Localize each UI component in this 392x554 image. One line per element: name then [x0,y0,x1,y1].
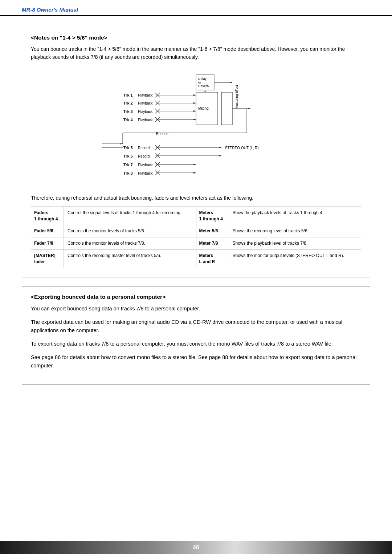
notes-section: <Notes on "1-4 > 5/6" mode> You can boun… [22,27,370,277]
svg-text:Mastering Effect: Mastering Effect [235,85,238,109]
svg-text:Trk 2: Trk 2 [123,101,133,105]
fader-label-2: Fader 5/6 [31,225,64,237]
svg-text:Trk 4: Trk 4 [123,118,133,122]
notes-section-body: You can bounce tracks in the "1-4 > 5/6"… [31,45,361,268]
notes-para1: You can bounce tracks in the "1-4 > 5/6"… [31,45,361,61]
svg-text:Trk 1: Trk 1 [123,93,133,97]
export-section: <Exporting bounced data to a personal co… [22,286,370,384]
table-row: [MASTER]fader Controls the recording mas… [31,250,196,268]
svg-text:Mixing: Mixing [198,106,209,110]
following-para: Therefore, during rehearsal and actual t… [31,194,361,202]
meter-desc-2: Shows the recording level of tracks 5/6. [229,225,361,237]
fader-desc-1: Control the signal levels of tracks 1 th… [64,207,196,225]
meter-label-3: Meter 7/8 [196,237,229,249]
notes-section-title: <Notes on "1-4 > 5/6" mode> [31,34,361,41]
svg-rect-24 [221,92,232,125]
page-header: MR-8 Owner's Manual [0,0,392,16]
fader-label-1: Faders1 through 4 [31,207,64,225]
svg-text:Playback: Playback [138,163,153,167]
table-row: Meter 5/6 Shows the recording level of t… [196,225,361,237]
svg-text:Playback: Playback [138,93,153,97]
manual-title: MR-8 Owner's Manual [22,7,78,13]
svg-text:Record: Record [138,154,150,158]
export-para4: See page 86 for details about how to con… [31,353,361,370]
meter-label-1: Meters1 through 4 [196,207,229,225]
svg-text:Trk 8: Trk 8 [123,171,133,175]
svg-text:or: or [198,81,201,84]
meter-desc-4: Shows the monitor output levels (STEREO … [229,250,361,268]
footer-number-container: 46 [0,541,392,554]
page: MR-8 Owner's Manual <Notes on "1-4 > 5/6… [0,0,392,554]
export-para2: The exported data can be used for making… [31,318,361,335]
table-row: Meter 7/8 Shows the playback level of tr… [196,237,361,250]
svg-text:Trk 3: Trk 3 [123,109,133,114]
svg-text:Trk 5: Trk 5 [123,146,133,150]
fader-label-4: [MASTER]fader [31,250,64,268]
table-row: Meters1 through 4 Show the playback leve… [196,207,361,225]
export-para1: You can export bounced song data on trac… [31,305,361,313]
meter-label-4: MetersL and R [196,250,229,268]
svg-text:Bounce: Bounce [156,132,168,136]
table-row: MetersL and R Shows the monitor output l… [196,250,361,268]
export-section-title: <Exporting bounced data to a personal co… [31,294,361,300]
meter-desc-1: Show the playback levels of tracks 1 thr… [229,207,361,225]
table-row: Faders1 through 4 Control the signal lev… [31,207,196,225]
diagram-container: Trk 1 Playback Trk 2 Playback [31,68,361,187]
svg-text:Trk 7: Trk 7 [123,163,133,167]
footer-bar: 46 [0,541,392,554]
fader-desc-4: Controls the recording master level of t… [64,250,196,268]
svg-text:Record: Record [138,146,150,150]
meter-desc-3: Shows the playback level of tracks 7/8. [229,237,361,249]
table-row: Fader 7/8 Controls the monitor levels of… [31,237,196,250]
meters-table: Meters1 through 4 Show the playback leve… [196,207,361,268]
faders-table: Faders1 through 4 Control the signal lev… [31,207,196,268]
faders-meters-table: Faders1 through 4 Control the signal lev… [31,207,361,268]
fader-desc-3: Controls the monitor levels of tracks 7/… [64,237,196,249]
fader-desc-2: Controls the monitor levels of tracks 5/… [64,225,196,237]
track-diagram: Trk 1 Playback Trk 2 Playback [83,68,309,187]
svg-text:Reverb: Reverb [198,84,209,88]
meter-label-2: Meter 5/6 [196,225,229,237]
svg-text:Playback: Playback [138,171,153,175]
export-para3: To export song data on tracks 7/8 to a p… [31,340,361,348]
table-row: Fader 5/6 Controls the monitor levels of… [31,225,196,237]
svg-text:Playback: Playback [138,118,153,122]
svg-text:STEREO OUT (L, R): STEREO OUT (L, R) [225,146,259,150]
svg-text:Trk 6: Trk 6 [123,154,133,158]
fader-label-3: Fader 7/8 [31,237,64,249]
svg-text:Playback: Playback [138,110,153,114]
page-number: 46 [193,544,199,551]
main-content: <Notes on "1-4 > 5/6" mode> You can boun… [0,16,392,541]
svg-text:Delay: Delay [198,77,207,81]
svg-text:Playback: Playback [138,101,153,105]
